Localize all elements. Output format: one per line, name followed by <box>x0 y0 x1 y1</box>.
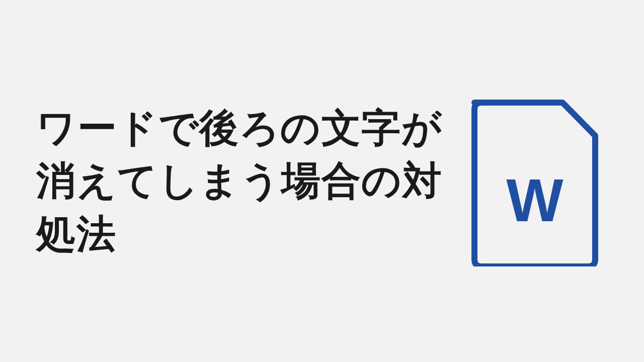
word-letter: W <box>506 166 564 234</box>
word-document-icon: W <box>462 96 608 266</box>
content-container: ワードで後ろの文字が消えてしまう場合の対処法 W <box>11 96 633 266</box>
page-title: ワードで後ろの文字が消えてしまう場合の対処法 <box>36 102 444 260</box>
